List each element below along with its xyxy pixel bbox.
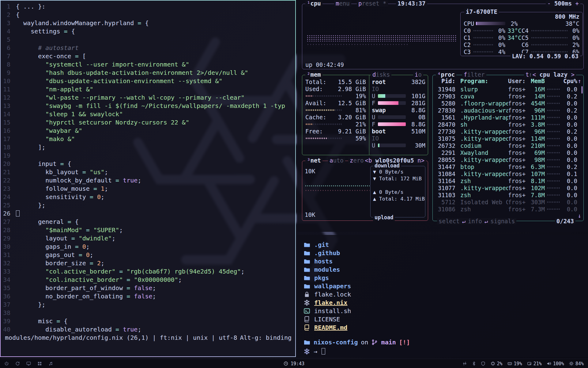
code-line[interactable]: 2{: [1, 11, 295, 19]
disk-used-label: U: [372, 142, 377, 149]
process-row[interactable]: 31077.kitty-wrappedfros+102M0.0: [436, 184, 580, 191]
code-line[interactable]: 8 "systemctl --user import-environment &…: [1, 60, 295, 69]
menu-button[interactable]: menu: [334, 0, 351, 7]
code-line[interactable]: 33 "col.active_border" = "rgb(cba6f7) rg…: [1, 267, 295, 276]
code-line[interactable]: 32 border_size = 2;: [1, 259, 295, 267]
code-line[interactable]: 31 gaps_out = 0;: [1, 251, 295, 259]
process-pid: 28055: [436, 156, 458, 163]
sort-selector[interactable]: < cpu lazy >: [531, 71, 576, 78]
volume-level[interactable]: 100%: [547, 361, 564, 366]
process-row[interactable]: 26732codiumfros+210M0.0: [436, 142, 580, 149]
sort-prev-button[interactable]: <: [533, 71, 536, 78]
proc-header-cell[interactable]: [547, 80, 560, 82]
code-line[interactable]: 39 misc = {: [1, 317, 295, 325]
sort-next-button[interactable]: >: [571, 71, 575, 78]
code-line[interactable]: 14 "sleep 1 && swaylock": [1, 110, 295, 118]
code-line[interactable]: 22 numlock_by_default = true;: [1, 176, 295, 185]
code-line[interactable]: 6 # autostart: [1, 44, 295, 52]
proc-header-cell[interactable]: Program:: [458, 78, 508, 84]
disk-usage[interactable]: 21%: [527, 361, 542, 366]
cpu-usage[interactable]: 2%: [491, 361, 503, 366]
process-cpu-percent: 0.0: [562, 185, 577, 191]
code-line[interactable]: 17 "mako &": [1, 135, 295, 143]
code-line[interactable]: 1{ ... }:: [1, 2, 295, 11]
code-line[interactable]: 4 settings = {: [1, 27, 295, 36]
code-line[interactable]: 23 follow_mouse = 1;: [1, 185, 295, 193]
code-line[interactable]: 35 border_part_of_window = false;: [1, 284, 295, 292]
music-icon[interactable]: [48, 361, 53, 366]
proc-header-cell[interactable]: Cpu%: [562, 78, 577, 84]
scroll-up-indicator[interactable]: ↑: [578, 78, 581, 84]
code-line[interactable]: 18 ];: [1, 143, 295, 151]
process-row[interactable]: 31075.kitty-wrappedfros+114M0.0: [436, 135, 580, 142]
process-row[interactable]: 31084.kitty-wrappedfros+107M0.1: [436, 170, 580, 177]
shield-tray-icon[interactable]: [481, 361, 486, 366]
code-area[interactable]: 1{ ... }:2{3 wayland.windowManager.hyprl…: [1, 1, 295, 334]
process-row[interactable]: 1561.Hyprland-wrapfros+111M0.0: [436, 114, 580, 121]
proc-action-select[interactable]: select: [439, 218, 460, 224]
code-line[interactable]: 7 exec-once = [: [1, 52, 295, 60]
process-row[interactable]: 5280.floorp-wrappefros+454M0.0: [436, 100, 580, 107]
net-zero-toggle[interactable]: zero: [348, 157, 365, 164]
filter-button[interactable]: filter: [462, 71, 486, 78]
code-line[interactable]: 11 "nm-applet &": [1, 85, 295, 94]
proc-header-cell[interactable]: Pid:: [436, 78, 458, 84]
code-line[interactable]: 12 "wl-paste --primary --watch wl-copy -…: [1, 94, 295, 102]
code-line[interactable]: 20 input = {: [1, 160, 295, 168]
process-row[interactable]: 27730.kitty-wrappedfros+96M0.2: [436, 128, 580, 135]
code-line[interactable]: 38: [1, 309, 295, 317]
code-line[interactable]: 5: [1, 36, 295, 44]
code-line[interactable]: 26: [1, 209, 295, 218]
process-row[interactable]: 28055.kitty-wrappedfros+98M0.0: [436, 156, 580, 163]
process-row[interactable]: 28470shfros+3.8M0.0: [436, 121, 580, 128]
preset-button[interactable]: preset *: [357, 0, 388, 7]
proc-action-info[interactable]: info: [468, 218, 482, 224]
shell-input-line[interactable]: →: [304, 347, 325, 355]
code-line[interactable]: 13 "swaybg -m fill -i $(find ~/Pictures/…: [1, 102, 295, 110]
code-line[interactable]: 29 layout = "dwindle";: [1, 234, 295, 243]
process-row[interactable]: 27830.audacious-wrafros+96M0.2: [436, 107, 580, 114]
interval-decrease-button[interactable]: -: [547, 0, 551, 7]
display-icon[interactable]: [26, 361, 31, 366]
process-row[interactable]: 31086zshfros+7.3M0.0: [436, 205, 580, 213]
brightness-level[interactable]: 84%: [569, 361, 584, 366]
code-line[interactable]: 24 sensitivity = 0;: [1, 193, 295, 201]
process-row[interactable]: 27903cavafros+14M0.2: [436, 93, 580, 100]
net-auto-toggle[interactable]: auto: [328, 157, 345, 164]
code-line[interactable]: 3 wayland.windowManager.hyprland = {: [1, 19, 295, 27]
process-row[interactable]: 5712Isolated Web Cfros+303M0.0: [436, 198, 580, 205]
code-line[interactable]: 10 "dbus-update-activation-environment -…: [1, 77, 295, 85]
code-line[interactable]: 27 general = {: [1, 218, 295, 226]
code-line[interactable]: 25 };: [1, 201, 295, 209]
process-row[interactable]: 31948slurpfros+16M0.0: [436, 86, 580, 93]
code-line[interactable]: 21 kb_layout = "us";: [1, 168, 295, 176]
code-line[interactable]: 9 "hash dbus-update-activation-environme…: [1, 69, 295, 77]
code-line[interactable]: 40 disable_autoreload = true;: [1, 325, 295, 334]
process-row[interactable]: 31164zshfros+8.1M0.0: [436, 177, 580, 184]
code-line[interactable]: 37 };: [1, 301, 295, 309]
code-line[interactable]: 15 "hyprctl setcursor Nordzy-cursors 22 …: [1, 118, 295, 127]
process-scrollbar[interactable]: [582, 86, 582, 94]
process-row[interactable]: 31103zshfros+7.8M0.0: [436, 191, 580, 198]
memory-usage[interactable]: 19%: [507, 361, 522, 366]
network-tray-icon[interactable]: [462, 361, 467, 366]
power-icon[interactable]: [4, 361, 9, 366]
mem-stat-label: Used:: [305, 86, 323, 92]
update-interval-control[interactable]: - 500ms +: [546, 0, 580, 7]
proc-action-signals[interactable]: signals: [490, 218, 515, 224]
code-line[interactable]: 36 no_border_on_floating = false;: [1, 292, 295, 301]
session-icon[interactable]: [15, 361, 20, 366]
apps-icon[interactable]: [37, 361, 42, 366]
process-row[interactable]: 2291Xwaylandfros+69M0.0: [436, 149, 580, 156]
scroll-down-indicator[interactable]: ↓: [578, 212, 581, 219]
code-line[interactable]: 19: [1, 151, 295, 160]
code-line[interactable]: 16 "waybar &": [1, 127, 295, 135]
process-row[interactable]: 31447btopfros+6.3M0.2: [436, 163, 580, 170]
code-line[interactable]: 34 "col.inactive_border" = "0x00000000";: [1, 276, 295, 284]
interval-increase-button[interactable]: +: [575, 0, 579, 7]
code-line[interactable]: 30 gaps_in = 0;: [1, 243, 295, 251]
code-line[interactable]: 28 "$mainMod" = "SUPER";: [1, 226, 295, 234]
bluetooth-tray-icon[interactable]: [472, 361, 477, 366]
proc-header-cell[interactable]: MemB: [528, 78, 545, 84]
proc-header-cell[interactable]: User:: [508, 78, 528, 84]
